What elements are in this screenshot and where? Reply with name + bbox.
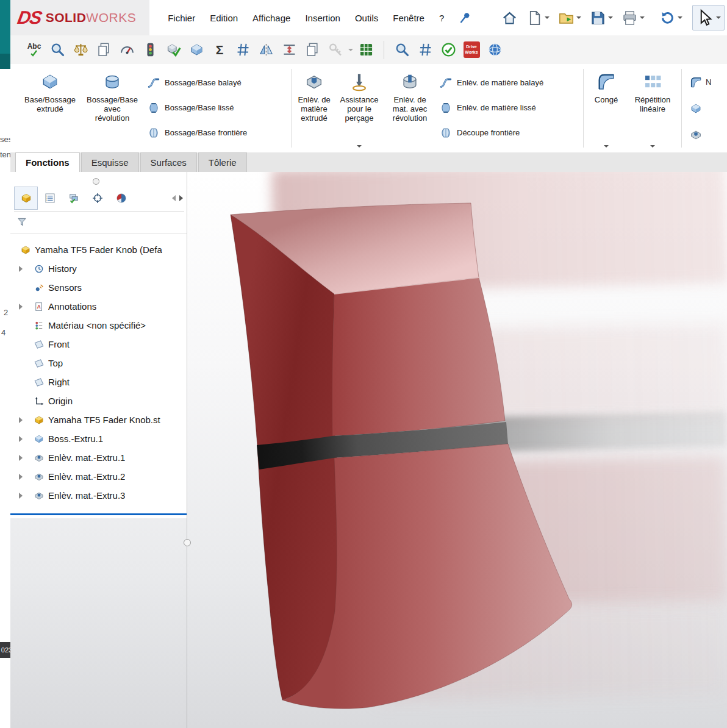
ribbon-swept-cut-button[interactable]: Enlèv. de matière balayé [439, 76, 581, 90]
ribbon-swept-boss-button[interactable]: Bossage/Base balayé [147, 76, 288, 90]
ribbon-clipped-button-1[interactable]: N [689, 76, 711, 89]
ribbon-fillet-button[interactable]: Congé [586, 64, 626, 152]
check-geometry-button[interactable] [163, 39, 184, 61]
panel-splitter[interactable] [187, 172, 187, 728]
tab-tolerie[interactable]: Tôlerie [198, 152, 247, 172]
dropdown-caret-icon[interactable] [678, 16, 682, 19]
dropdown-caret-icon[interactable] [716, 16, 721, 19]
section-properties-button[interactable] [93, 39, 114, 61]
save-button[interactable] [586, 6, 617, 30]
ribbon-revolved-cut-button[interactable]: Enlèv. de mat. avec révolution [384, 64, 435, 152]
tab-displaymanager[interactable] [109, 187, 133, 210]
grid-system-button[interactable] [415, 39, 435, 61]
expand-arrow-icon[interactable] [19, 493, 30, 499]
spell-check-button[interactable]: Abc [24, 39, 45, 61]
pin-menu-button[interactable] [455, 7, 476, 28]
measure-button[interactable] [70, 39, 91, 61]
expand-arrow-icon[interactable] [19, 436, 30, 442]
dropdown-caret-icon[interactable] [608, 16, 613, 19]
tab-dimxpertmanager[interactable] [85, 187, 109, 210]
ribbon-lofted-boss-button[interactable]: Bossage/Base lissé [147, 101, 288, 115]
equations-button[interactable]: Σ [209, 39, 230, 61]
ribbon-boundary-boss-button[interactable]: Bossage/Base frontière [147, 126, 288, 140]
tree-item-origin[interactable]: Origin [10, 391, 187, 410]
open-button[interactable] [554, 6, 585, 30]
edrawings-button[interactable] [484, 39, 505, 61]
driveworks-button[interactable]: Drive Works [461, 39, 482, 61]
tab-esquisse[interactable]: Esquisse [81, 152, 139, 172]
performance-evaluation-button[interactable] [116, 39, 137, 61]
expand-arrow-icon[interactable] [19, 266, 30, 272]
knob-front-upper-face[interactable] [332, 277, 505, 436]
dropdown-caret-icon[interactable] [650, 145, 655, 148]
dropdown-caret-icon[interactable] [348, 49, 353, 51]
ribbon-clipped-button-2[interactable] [689, 102, 703, 115]
tree-item-imported-part[interactable]: Yamaha TF5 Fader Knob.st [10, 410, 187, 429]
history-icon [34, 263, 45, 274]
dropdown-caret-icon[interactable] [357, 145, 362, 148]
deviation-analysis-button[interactable] [232, 39, 253, 61]
tree-item-annotations[interactable]: Annotations [10, 297, 187, 316]
tree-item-root[interactable]: Yamaha TF5 Fader Knob (Defa [10, 240, 187, 259]
tree-item-cut-extrude-2[interactable]: Enlèv. mat.-Extru.2 [10, 467, 187, 486]
tab-fonctions[interactable]: Fonctions [15, 152, 80, 173]
expand-arrow-icon[interactable] [19, 474, 30, 480]
panel-side-handle[interactable] [184, 539, 191, 546]
ribbon-button-label: Bossage/Base frontière [165, 128, 247, 137]
ribbon-extruded-boss-button[interactable]: Base/Bossage extrudé [19, 64, 81, 152]
ribbon-clipped-button-3[interactable] [689, 128, 703, 141]
rollback-bar[interactable] [10, 513, 187, 515]
dropdown-caret-icon[interactable] [576, 16, 581, 19]
solid-check-button[interactable] [186, 39, 207, 61]
copy-settings-button[interactable] [302, 39, 323, 61]
tab-configurationmanager[interactable] [62, 187, 85, 210]
expand-arrow-icon[interactable] [19, 417, 30, 423]
select-tool-button[interactable] [692, 5, 725, 30]
menu-insertion[interactable]: Insertion [304, 10, 342, 26]
design-checker-button[interactable] [392, 39, 412, 61]
tree-item-cut-extrude-1[interactable]: Enlèv. mat.-Extru.1 [10, 448, 187, 467]
tab-featuremanager[interactable] [14, 187, 38, 210]
ribbon-revolved-boss-button[interactable]: Bossage/Base avec révolution [81, 64, 143, 152]
tree-item-top-plane[interactable]: Top [10, 354, 187, 373]
scroll-right-icon[interactable] [179, 195, 183, 201]
tree-item-right-plane[interactable]: Right [10, 373, 187, 391]
scroll-left-icon[interactable] [172, 195, 176, 201]
menu-outils[interactable]: Outils [354, 10, 379, 26]
menu-fichier[interactable]: Fichier [167, 10, 196, 26]
tree-item-history[interactable]: History [10, 259, 187, 278]
accept-check-button[interactable] [438, 39, 459, 61]
ribbon-lofted-cut-button[interactable]: Enlèv. de matière lissé [439, 101, 581, 115]
tree-item-front-plane[interactable]: Front [10, 335, 187, 354]
tree-filter-bar[interactable] [10, 211, 187, 234]
panel-top-handle[interactable] [93, 178, 99, 185]
tree-item-boss-extrude-1[interactable]: Boss.-Extru.1 [10, 429, 187, 448]
dropdown-caret-icon[interactable] [640, 16, 645, 19]
symmetry-check-button[interactable] [256, 39, 276, 61]
ribbon-extruded-cut-button[interactable]: Enlèv. de matière extrudé [294, 64, 334, 152]
ribbon-boundary-cut-button[interactable]: Découpe frontière [439, 126, 581, 140]
magnifier-button[interactable] [47, 39, 68, 61]
expand-arrow-icon[interactable] [19, 304, 30, 310]
menu-edition[interactable]: Edition [209, 10, 239, 26]
dropdown-caret-icon[interactable] [545, 16, 550, 19]
ribbon-linear-pattern-button[interactable]: Répétition linéaire [626, 64, 679, 152]
menu-affichage[interactable]: Affichage [251, 10, 292, 26]
menu-fenetre[interactable]: Fenêtre [392, 10, 426, 26]
home-button[interactable] [498, 6, 521, 30]
tree-item-sensors[interactable]: Sensors [10, 278, 187, 297]
ribbon-hole-wizard-button[interactable]: Assistance pour le perçage [334, 64, 384, 152]
tree-item-material[interactable]: Matériau <non spécifié> [10, 316, 187, 335]
menu-help[interactable]: ? [438, 10, 445, 26]
verification-button[interactable] [140, 39, 160, 61]
design-table-button[interactable] [356, 39, 376, 61]
tab-propertymanager[interactable] [38, 187, 62, 210]
tree-item-cut-extrude-3[interactable]: Enlèv. mat.-Extru.3 [10, 486, 187, 505]
undo-button[interactable] [656, 6, 686, 30]
dropdown-caret-icon[interactable] [604, 145, 609, 148]
compare-button[interactable] [279, 39, 299, 61]
tab-surfaces[interactable]: Surfaces [140, 152, 197, 172]
new-document-button[interactable] [523, 6, 553, 30]
expand-arrow-icon[interactable] [19, 455, 30, 461]
print-button[interactable] [618, 6, 648, 30]
